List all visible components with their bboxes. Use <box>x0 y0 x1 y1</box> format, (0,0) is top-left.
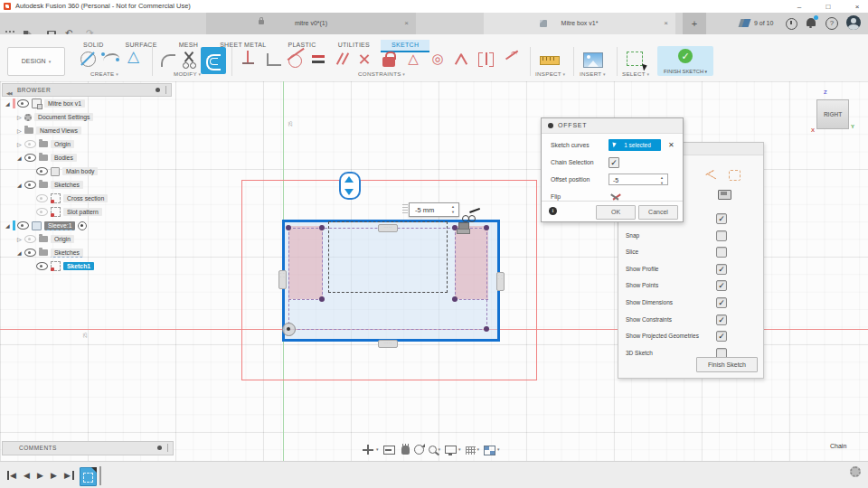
sketch-origin-point[interactable] <box>282 323 296 336</box>
browser-item-origin[interactable]: ▷Origin <box>2 137 172 151</box>
constraint-parallel-icon[interactable] <box>333 49 353 70</box>
history-clock-icon[interactable] <box>786 18 797 30</box>
inspect-measure-icon[interactable] <box>539 49 561 70</box>
zoom-icon[interactable] <box>429 446 437 454</box>
visibility-eye-icon[interactable] <box>24 181 36 189</box>
close-button[interactable]: × <box>850 3 864 11</box>
clear-selection-icon[interactable]: ✕ <box>668 141 675 149</box>
job-status-icon[interactable] <box>740 19 750 28</box>
palette-option-checkbox[interactable]: ✓ <box>716 213 727 224</box>
value-box-grip[interactable] <box>402 204 408 215</box>
browser-item-slot-pattern[interactable]: Slot pattern <box>2 205 172 219</box>
browser-panel-header[interactable]: ◀◀ BROWSER <box>2 83 172 97</box>
browser-item-sleeve-1[interactable]: ◢Sleeve:1 <box>2 219 172 232</box>
modify-group-label[interactable]: MODIFY <box>174 70 201 77</box>
expand-arrow-icon[interactable]: ◢ <box>17 249 24 256</box>
visibility-eye-icon[interactable] <box>24 235 36 243</box>
timeline-settings-gear-icon[interactable] <box>850 466 861 477</box>
document-tab-active[interactable]: Mitre box v1* × <box>484 13 675 34</box>
timeline-skip-end-icon[interactable]: ▶ <box>64 470 71 481</box>
create-group-label[interactable]: CREATE <box>90 70 118 77</box>
job-status-text[interactable]: 9 of 10 <box>754 16 773 31</box>
visibility-eye-icon[interactable] <box>17 99 29 108</box>
profile-region-right[interactable] <box>455 226 488 299</box>
visibility-eye-icon[interactable] <box>24 249 36 257</box>
workspace-selector[interactable]: DESIGN <box>7 47 65 76</box>
spinner-icon[interactable]: ▲▼ <box>449 204 457 215</box>
offset-tool-active[interactable] <box>201 47 226 74</box>
pan-icon[interactable] <box>362 444 374 455</box>
grid-settings-icon[interactable] <box>466 446 476 455</box>
create-spline-tool-icon[interactable] <box>101 49 123 70</box>
sketch-point[interactable] <box>452 296 458 302</box>
panel-options-icon[interactable] <box>157 446 162 450</box>
constraint-tangent-icon[interactable] <box>286 49 306 70</box>
fillet-tool-icon[interactable] <box>157 49 179 70</box>
palette-option-checkbox[interactable]: ✓ <box>716 331 727 342</box>
timeline-step-back-icon[interactable]: ◀ <box>24 470 30 481</box>
tab-close-icon[interactable]: × <box>664 13 668 34</box>
expand-arrow-icon[interactable]: ▷ <box>17 127 24 134</box>
new-tab-button[interactable]: + <box>683 13 706 34</box>
look-at-icon[interactable] <box>718 190 731 200</box>
offset-drag-manipulator[interactable] <box>339 172 361 200</box>
chain-selection-checkbox[interactable]: ✓ <box>609 157 619 168</box>
create-polygon-tool-icon[interactable]: △ <box>126 49 147 70</box>
constraint-coincident-icon[interactable] <box>267 53 281 66</box>
select-group-label[interactable]: SELECT <box>622 70 649 77</box>
browser-item-cross-section[interactable]: Cross section <box>2 192 172 205</box>
palette-option-checkbox[interactable] <box>716 230 727 241</box>
browser-item-origin[interactable]: ▷Origin <box>2 232 172 246</box>
cancel-button[interactable]: Cancel <box>638 205 678 220</box>
tab-close-icon[interactable]: × <box>404 13 409 34</box>
constraint-collinear-icon[interactable] <box>476 49 496 70</box>
browser-item-main-body[interactable]: Main body <box>2 164 172 178</box>
palette-finish-sketch-button[interactable]: Finish Sketch <box>696 357 758 372</box>
expand-arrow-icon[interactable]: ▷ <box>17 114 24 120</box>
sketch-point[interactable] <box>484 225 489 230</box>
document-tab-inactive[interactable]: mitre v0*(1) × <box>206 13 416 34</box>
browser-item-bodies[interactable]: ◢Bodies <box>2 151 172 164</box>
inspect-group-label[interactable]: INSPECT <box>535 70 565 77</box>
comments-panel-header[interactable]: COMMENTS <box>2 441 174 455</box>
dimension-label[interactable]: 25 <box>288 121 293 127</box>
minimize-button[interactable]: – <box>792 3 807 11</box>
browser-item-sketches[interactable]: ◢Sketches <box>2 178 172 192</box>
select-tool-icon[interactable] <box>626 49 647 70</box>
constraint-fix-lock-icon[interactable] <box>379 49 399 70</box>
insert-group-label[interactable]: INSERT <box>580 70 606 77</box>
user-avatar[interactable] <box>846 15 861 30</box>
browser-item-named-views[interactable]: ▷Named Views <box>2 124 172 137</box>
fit-view-icon[interactable] <box>383 446 395 455</box>
constraints-group-label[interactable]: CONSTRAINTS <box>358 70 405 77</box>
visibility-eye-icon[interactable] <box>17 221 29 230</box>
browser-item-sketch1[interactable]: Sketch1 <box>2 259 172 273</box>
viewcube[interactable]: RIGHT <box>816 99 849 129</box>
visibility-eye-icon[interactable] <box>24 140 36 148</box>
dimension-label[interactable]: 25 <box>82 333 88 338</box>
timeline-sketch-feature[interactable] <box>80 467 97 486</box>
sketch-point[interactable] <box>484 326 489 332</box>
display-settings-icon[interactable] <box>445 446 457 454</box>
expand-arrow-icon[interactable]: ▷ <box>17 141 24 147</box>
browser-item-sketches[interactable]: ◢Sketches <box>2 246 172 259</box>
sketch-point[interactable] <box>319 296 325 302</box>
visibility-eye-icon[interactable] <box>24 154 36 162</box>
selection-chip[interactable]: 1 selected <box>609 139 661 151</box>
constraint-badge[interactable]: · · · · <box>278 270 287 289</box>
offset-distance-input[interactable]: -5 mm ▲▼ <box>409 202 459 217</box>
timeline-playhead[interactable] <box>99 466 101 485</box>
constraint-badge[interactable]: ····· <box>378 224 398 232</box>
finish-sketch-button[interactable]: ✓ FINISH SKETCH <box>657 46 713 76</box>
profile-region-left[interactable] <box>288 226 323 299</box>
constraint-perpendicular-icon[interactable] <box>355 49 375 70</box>
pan-hand-icon[interactable] <box>401 446 410 455</box>
palette-option-checkbox[interactable]: ✓ <box>716 280 727 291</box>
activate-component-radio[interactable] <box>78 221 87 230</box>
sketch-point[interactable] <box>319 225 325 230</box>
orbit-icon[interactable] <box>414 445 424 455</box>
maximize-button[interactable]: □ <box>821 3 835 11</box>
expand-arrow-icon[interactable]: ◢ <box>5 222 13 229</box>
offset-dialog-header[interactable]: OFFSET <box>542 118 683 134</box>
centerline-linetype-icon[interactable] <box>729 170 741 181</box>
